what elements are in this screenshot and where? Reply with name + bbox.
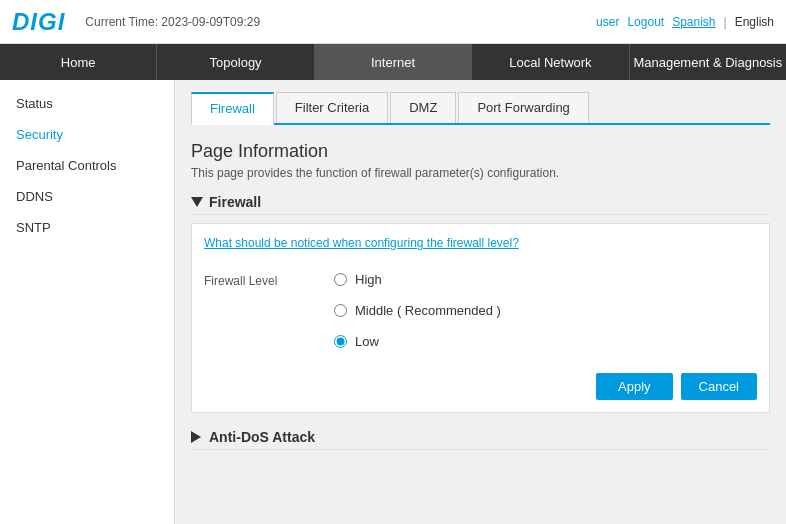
firewall-section-header: Firewall [191, 194, 770, 215]
sidebar-item-parental-controls[interactable]: Parental Controls [0, 150, 174, 181]
sidebar-item-sntp[interactable]: SNTP [0, 212, 174, 243]
antidos-expand-icon[interactable] [191, 431, 201, 443]
tab-dmz[interactable]: DMZ [390, 92, 456, 123]
firewall-level-row: Firewall Level High Middle ( Recommended… [204, 264, 757, 365]
firewall-options: High Middle ( Recommended ) Low [334, 272, 501, 357]
lang-separator: | [724, 15, 727, 29]
page-layout: Status Security Parental Controls DDNS S… [0, 80, 786, 524]
cancel-button[interactable]: Cancel [681, 373, 757, 400]
apply-button[interactable]: Apply [596, 373, 673, 400]
nav-item-home[interactable]: Home [0, 44, 157, 80]
main-content: Firewall Filter Criteria DMZ Port Forwar… [175, 80, 786, 524]
page-info-description: This page provides the function of firew… [191, 166, 770, 180]
firewall-section-title: Firewall [209, 194, 261, 210]
nav-item-management[interactable]: Management & Diagnosis [630, 44, 786, 80]
tab-firewall[interactable]: Firewall [191, 92, 274, 125]
firewall-collapse-icon[interactable] [191, 197, 203, 207]
help-link[interactable]: What should be noticed when configuring … [204, 236, 757, 250]
main-nav: Home Topology Internet Local Network Man… [0, 44, 786, 80]
firewall-option-low[interactable]: Low [334, 334, 501, 349]
page-info-title: Page Information [191, 141, 770, 162]
tab-port-forwarding[interactable]: Port Forwarding [458, 92, 588, 123]
firewall-option-high[interactable]: High [334, 272, 501, 287]
antidos-section-header: Anti-DoS Attack [191, 429, 770, 450]
english-lang-link[interactable]: English [735, 15, 774, 29]
logout-link[interactable]: Logout [627, 15, 664, 29]
radio-low[interactable] [334, 335, 347, 348]
nav-item-topology[interactable]: Topology [157, 44, 314, 80]
header: DIGI Current Time: 2023-09-09T09:29 user… [0, 0, 786, 44]
firewall-section-body: What should be noticed when configuring … [191, 223, 770, 413]
sidebar-item-security[interactable]: Security [0, 119, 174, 150]
button-row: Apply Cancel [204, 365, 757, 400]
nav-item-internet[interactable]: Internet [315, 44, 472, 80]
antidos-section-title: Anti-DoS Attack [209, 429, 315, 445]
sidebar: Status Security Parental Controls DDNS S… [0, 80, 175, 524]
tab-filter-criteria[interactable]: Filter Criteria [276, 92, 388, 123]
radio-middle[interactable] [334, 304, 347, 317]
logo: DIGI [12, 8, 65, 36]
header-links: user Logout Spanish | English [596, 15, 774, 29]
spanish-lang-link[interactable]: Spanish [672, 15, 715, 29]
antidos-section: Anti-DoS Attack [191, 429, 770, 450]
firewall-level-label: Firewall Level [204, 272, 334, 288]
user-link[interactable]: user [596, 15, 619, 29]
tab-bar: Firewall Filter Criteria DMZ Port Forwar… [191, 92, 770, 125]
nav-item-local-network[interactable]: Local Network [472, 44, 629, 80]
sidebar-item-status[interactable]: Status [0, 88, 174, 119]
firewall-option-middle[interactable]: Middle ( Recommended ) [334, 303, 501, 318]
sidebar-item-ddns[interactable]: DDNS [0, 181, 174, 212]
current-time: Current Time: 2023-09-09T09:29 [85, 15, 260, 29]
radio-high[interactable] [334, 273, 347, 286]
